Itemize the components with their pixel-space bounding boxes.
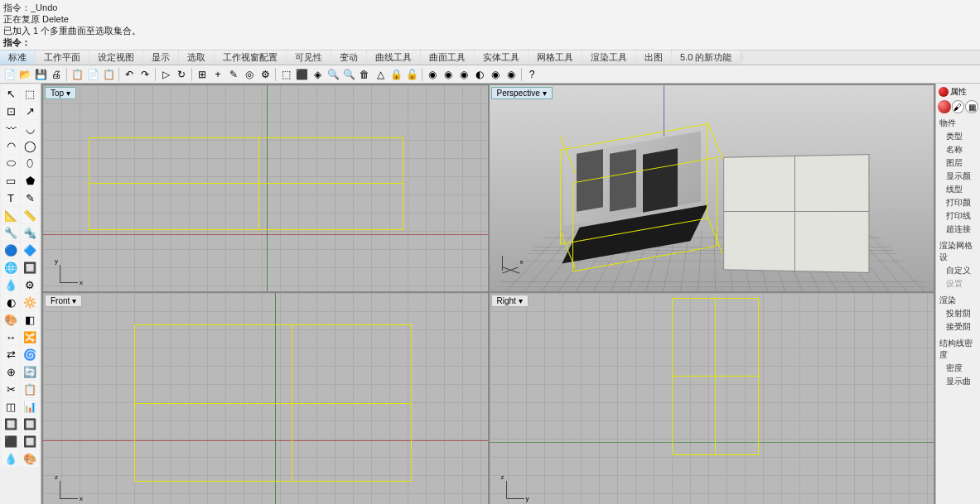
toolbar-button-9[interactable]: ↶	[122, 67, 137, 82]
property-field-2[interactable]: 图层	[938, 156, 978, 170]
tool-button-28[interactable]: ↔	[2, 329, 20, 345]
tab-2[interactable]: 设定视图	[89, 50, 143, 65]
toolbar-button-16[interactable]: +	[210, 67, 225, 82]
tab-5[interactable]: 工作视窗配置	[215, 50, 287, 65]
viewport-right[interactable]: Right ▾ y z	[490, 293, 934, 504]
tab-12[interactable]: 渲染工具	[582, 50, 636, 65]
viewport-title-top[interactable]: Top ▾	[45, 87, 76, 99]
toolbar-button-38[interactable]: ?	[524, 67, 539, 82]
tool-button-40[interactable]: ⬛	[2, 433, 20, 449]
toolbar-button-34[interactable]: ◐	[472, 67, 487, 82]
toolbar-button-22[interactable]: ⬛	[294, 67, 309, 82]
property-field-7[interactable]: 超连接	[938, 223, 978, 236]
tool-button-18[interactable]: 🔵	[2, 242, 20, 258]
tab-10[interactable]: 实体工具	[475, 50, 529, 65]
viewport-title-right[interactable]: Right ▾	[491, 295, 529, 307]
tool-button-36[interactable]: ◫	[2, 398, 20, 415]
tool-button-3[interactable]: ↗	[21, 103, 39, 119]
tool-button-38[interactable]: 🔲	[2, 415, 20, 432]
viewport-front[interactable]: Front ▾ x z	[43, 293, 488, 504]
toolbar-button-36[interactable]: ◉	[504, 67, 519, 82]
property-field-5[interactable]: 打印颜	[938, 196, 978, 209]
tool-button-8[interactable]: ⬭	[2, 155, 20, 171]
tool-button-35[interactable]: 📋	[21, 381, 39, 397]
toolbar-button-23[interactable]: ◈	[310, 67, 325, 82]
tab-13[interactable]: 出图	[636, 50, 672, 65]
tool-button-33[interactable]: 🔄	[21, 363, 39, 380]
toolbar-button-12[interactable]: ▷	[158, 67, 173, 82]
tool-button-5[interactable]: ◡	[21, 120, 39, 137]
tool-button-11[interactable]: ⬟	[21, 172, 39, 189]
tool-button-37[interactable]: 📊	[21, 398, 39, 415]
tool-button-41[interactable]: 🔲	[21, 433, 39, 449]
tool-button-16[interactable]: 🔧	[2, 224, 20, 241]
tab-0[interactable]: 标准	[0, 50, 36, 65]
toolbar-button-29[interactable]: 🔓	[404, 67, 419, 82]
tool-button-12[interactable]: T	[2, 190, 20, 206]
tool-button-34[interactable]: ✂	[2, 381, 20, 397]
property-field-3[interactable]: 显示颜	[938, 170, 978, 183]
toolbar-button-5[interactable]: 📋	[70, 67, 84, 82]
tab-1[interactable]: 工作平面	[36, 50, 89, 65]
tab-9[interactable]: 曲面工具	[421, 50, 475, 65]
toolbar-button-1[interactable]: 📂	[17, 67, 32, 82]
texture-icon[interactable]: ▦	[965, 100, 978, 113]
viewport-title-front[interactable]: Front ▾	[45, 295, 82, 307]
toolbar-button-10[interactable]: ↷	[138, 67, 152, 82]
object-properties-icon[interactable]	[938, 100, 951, 113]
toolbar-button-17[interactable]: ✎	[226, 67, 241, 82]
command-prompt[interactable]: 指令：	[3, 36, 977, 48]
toolbar-button-25[interactable]: 🔍	[341, 67, 356, 82]
tool-button-26[interactable]: 🎨	[2, 311, 20, 328]
toolbar-button-6[interactable]: 📄	[85, 67, 100, 82]
tab-11[interactable]: 网格工具	[529, 50, 582, 65]
tool-button-14[interactable]: 📐	[2, 207, 20, 223]
toolbar-button-3[interactable]: 🖨	[49, 67, 64, 82]
tool-button-30[interactable]: ⇄	[2, 346, 20, 362]
tool-button-43[interactable]: 🎨	[21, 450, 39, 467]
toolbar-button-28[interactable]: 🔒	[389, 67, 403, 82]
viewport-perspective[interactable]: Perspective ▾ x y	[490, 85, 934, 291]
property-field-4[interactable]: 线型	[938, 183, 978, 196]
toolbar-button-15[interactable]: ⊞	[195, 67, 210, 82]
tool-button-1[interactable]: ⬚	[21, 85, 39, 102]
toolbar-button-0[interactable]: 📄	[2, 67, 17, 82]
render-field-0[interactable]: 投射阴	[938, 307, 978, 320]
toolbar-button-24[interactable]: 🔍	[326, 67, 340, 82]
toolbar-button-13[interactable]: ↻	[174, 67, 189, 82]
tab-8[interactable]: 曲线工具	[367, 50, 421, 65]
toolbar-button-7[interactable]: 📋	[101, 67, 116, 82]
tool-button-4[interactable]: 〰	[2, 120, 20, 137]
tab-3[interactable]: 显示	[143, 50, 179, 65]
tool-button-15[interactable]: 📏	[21, 207, 39, 223]
property-field-1[interactable]: 名称	[938, 143, 978, 156]
toolbar-button-35[interactable]: ◉	[488, 67, 503, 82]
tool-button-24[interactable]: ◐	[2, 294, 20, 310]
tool-button-29[interactable]: 🔀	[21, 329, 39, 345]
tool-button-13[interactable]: ✎	[21, 190, 39, 206]
material-icon[interactable]: 🖌	[952, 100, 965, 113]
tool-button-31[interactable]: 🌀	[21, 346, 39, 362]
tool-button-32[interactable]: ⊕	[2, 363, 20, 380]
tool-button-42[interactable]: 💧	[2, 450, 20, 467]
tool-button-17[interactable]: 🔩	[21, 224, 39, 241]
tool-button-23[interactable]: ⚙	[21, 276, 39, 293]
tab-4[interactable]: 选取	[179, 50, 215, 65]
render-field-1[interactable]: 接受阴	[938, 320, 978, 334]
toolbar-button-21[interactable]: ⬚	[278, 67, 293, 82]
toolbar-button-32[interactable]: ◉	[441, 67, 456, 82]
toolbar-button-26[interactable]: 🗑	[357, 67, 372, 82]
tool-button-39[interactable]: 🔲	[21, 415, 39, 432]
tool-button-6[interactable]: ◠	[2, 137, 20, 154]
tool-button-27[interactable]: ◧	[21, 311, 39, 328]
tab-6[interactable]: 可见性	[287, 50, 331, 65]
tool-button-20[interactable]: 🌐	[2, 259, 20, 276]
toolbar-button-18[interactable]: ◎	[242, 67, 257, 82]
viewport-title-perspective[interactable]: Perspective ▾	[491, 87, 553, 99]
toolbar-button-19[interactable]: ⚙	[258, 67, 273, 82]
tool-button-21[interactable]: 🔲	[21, 259, 39, 276]
tool-button-25[interactable]: 🔆	[21, 294, 39, 310]
toolbar-button-33[interactable]: ◉	[456, 67, 471, 82]
toolbar-button-2[interactable]: 💾	[33, 67, 48, 82]
toolbar-button-27[interactable]: △	[373, 67, 388, 82]
